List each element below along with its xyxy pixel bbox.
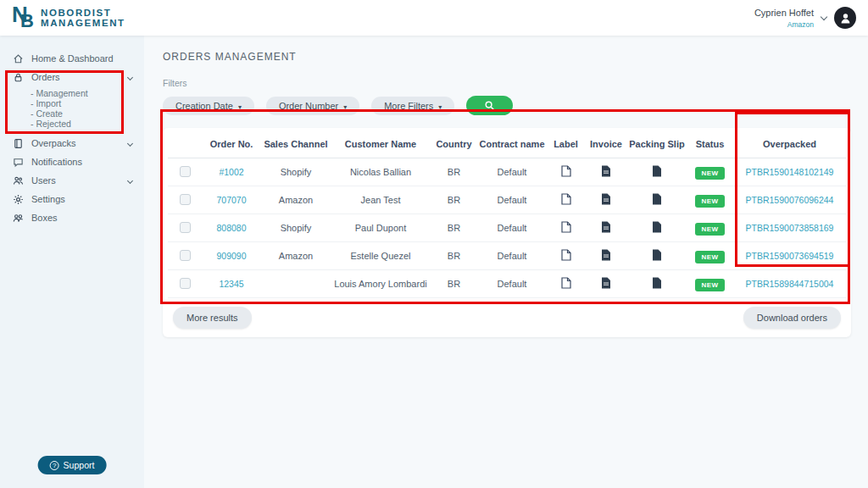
sidebar: Home & Dashboard Orders - Management - I… [0,36,144,488]
sales-channel-cell: Amazon [261,242,331,270]
customer-name-cell: Paul Dupont [331,214,431,242]
order-no-link[interactable]: 808080 [202,214,261,242]
filters-label: Filters [163,78,851,88]
search-button[interactable] [466,96,513,115]
sidebar-item-notifications[interactable]: Notifications [0,152,144,171]
row-checkbox[interactable] [180,222,191,233]
chevron-down-icon[interactable] [821,13,827,19]
customer-name-cell: Estelle Quezel [331,242,431,270]
packing-slip-document-icon[interactable] [652,221,662,233]
header-label: Label [547,130,585,158]
country-cell: BR [431,270,477,298]
filter-label: More Filters [384,101,433,111]
chat-bubble-icon [12,157,24,168]
row-checkbox[interactable] [180,194,191,205]
filter-more-filters[interactable]: More Filters [371,97,454,115]
gear-icon [12,194,24,205]
filter-creation-date[interactable]: Creation Date [163,97,254,115]
table-row: 12345 Louis Amory Lombardi BR Default [168,270,846,298]
sidebar-item-users[interactable]: Users [0,171,144,190]
sidebar-item-boxes[interactable]: Boxes [0,208,144,227]
sidebar-subitem-rejected[interactable]: - Rejected [31,119,144,129]
overpacked-link[interactable]: PTBR1590076096244 [733,186,846,214]
chevron-down-icon[interactable] [127,177,133,183]
overpacked-link[interactable]: PTBR1590148102149 [733,158,846,186]
packing-slip-document-icon[interactable] [652,249,662,261]
order-no-link[interactable]: 12345 [202,270,261,298]
chevron-down-icon[interactable] [127,74,133,80]
overpacked-link[interactable]: PTBR1590073858169 [733,214,846,242]
invoice-document-icon[interactable] [601,165,611,177]
table-row: 808080 Shopify Paul Dupont BR Default [168,214,846,242]
user-role: Amazon [787,20,814,29]
table-footer: More results Download orders [168,307,846,329]
chevron-down-icon [438,101,442,111]
invoice-document-icon[interactable] [601,221,611,233]
user-menu[interactable]: Cyprien Hoffet Amazon [754,7,856,30]
search-icon [484,100,495,111]
support-button[interactable]: Support [38,456,107,474]
sales-channel-cell [261,270,331,298]
order-no-link[interactable]: 909090 [202,242,261,270]
label-document-icon[interactable] [561,249,571,261]
chevron-down-icon[interactable] [127,140,133,146]
row-checkbox[interactable] [180,278,191,289]
label-document-icon[interactable] [561,221,571,233]
sidebar-item-settings[interactable]: Settings [0,190,144,208]
sidebar-item-overpacks[interactable]: Overpacks [0,134,144,152]
header-status: Status [687,130,733,158]
more-results-button[interactable]: More results [173,307,252,329]
overpacked-link[interactable]: PTBR1590073694519 [733,242,846,270]
boxes-icon [12,213,24,224]
sidebar-subitem-create[interactable]: - Create [31,108,144,119]
packing-slip-document-icon[interactable] [652,165,662,177]
country-cell: BR [431,158,477,186]
sidebar-item-home-dashboard[interactable]: Home & Dashboard [0,49,144,68]
users-icon [12,175,24,186]
order-no-link[interactable]: 707070 [202,186,261,214]
logo-letter-b: B [20,10,34,32]
order-no-link[interactable]: #1002 [202,158,261,186]
country-cell: BR [431,242,477,270]
label-document-icon[interactable] [561,193,571,205]
row-checkbox[interactable] [180,166,191,177]
status-badge: NEW [695,251,724,263]
filters-bar: Creation Date Order Number More Filters [163,96,851,115]
home-icon [12,53,24,64]
sidebar-subitem-management[interactable]: - Management [31,88,144,98]
invoice-document-icon[interactable] [601,277,611,289]
table-row: 909090 Amazon Estelle Quezel BR Default [168,242,846,270]
overpacked-link[interactable]: PTBR1589844715004 [733,270,846,298]
status-badge: NEW [695,167,724,180]
label-document-icon[interactable] [561,277,571,289]
user-info: Cyprien Hoffet Amazon [754,7,814,30]
brand-line2: MANAGEMENT [41,18,125,28]
page-title: ORDERS MANAGEMENT [163,51,851,63]
invoice-document-icon[interactable] [601,193,611,205]
sidebar-item-orders[interactable]: Orders [0,68,144,86]
filter-label: Creation Date [175,101,233,111]
avatar[interactable] [834,7,856,29]
label-document-icon[interactable] [561,165,571,177]
packing-slip-document-icon[interactable] [652,193,662,205]
sales-channel-cell: Shopify [261,214,331,242]
header-sales-channel: Sales Channel [261,130,331,158]
app-logo[interactable]: N B NOBORDIST MANAGEMENT [12,3,125,32]
table-header-row: Order No. Sales Channel Customer Name Co… [168,130,846,158]
customer-name-cell: Jean Test [331,186,431,214]
brand-line1: NOBORDIST [41,8,111,18]
row-checkbox[interactable] [180,250,191,261]
support-label: Support [64,460,95,470]
contract-name-cell: Default [477,242,547,270]
filter-order-number[interactable]: Order Number [266,97,359,115]
packing-slip-document-icon[interactable] [652,277,662,289]
filter-label: Order Number [279,101,338,111]
status-badge: NEW [695,223,724,236]
sidebar-item-label: Orders [31,72,60,82]
sidebar-item-label: Home & Dashboard [31,53,114,64]
download-orders-button[interactable]: Download orders [743,307,841,329]
sidebar-subitem-import[interactable]: - Import [31,98,144,108]
sales-channel-cell: Shopify [261,158,331,186]
nb-logo-icon: N B [12,3,37,32]
invoice-document-icon[interactable] [601,249,611,261]
